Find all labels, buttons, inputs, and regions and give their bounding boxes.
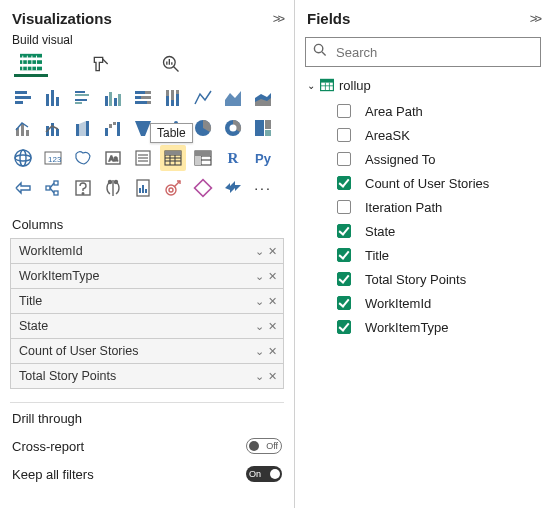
viz-matrix[interactable] [190,145,216,171]
toggle-state: On [249,469,261,479]
tab-format[interactable] [84,51,118,77]
viz-power-apps[interactable] [220,175,246,201]
field-checkbox[interactable] [337,176,351,190]
viz-key-influencer[interactable] [10,175,36,201]
cross-report-toggle[interactable]: Off [246,438,282,454]
svg-rect-51 [109,124,112,128]
viz-ribbon[interactable] [70,115,96,141]
viz-decomp-tree[interactable] [40,175,66,201]
chevron-down-icon[interactable]: ⌄ [255,370,264,383]
tab-analytics[interactable] [154,51,188,77]
remove-icon[interactable]: ✕ [268,320,277,333]
viz-pie[interactable] [190,115,216,141]
viz-stacked-area[interactable] [250,85,276,111]
field-checkbox[interactable] [337,272,351,286]
viz-table[interactable]: Table [160,145,186,171]
field-checkbox[interactable] [337,296,351,310]
svg-point-95 [82,193,84,195]
field-item[interactable]: Total Story Points [337,267,539,291]
remove-icon[interactable]: ✕ [268,270,277,283]
fields-panel: Fields >> ⌄ rollup Area PathAreaSKAssign… [295,0,551,508]
column-slot[interactable]: State⌄✕ [10,313,284,339]
drill-through-label: Drill through [0,411,294,432]
columns-well[interactable]: WorkItemId⌄✕ WorkItemType⌄✕ Title⌄✕ Stat… [0,238,294,388]
field-checkbox[interactable] [337,104,351,118]
chevron-down-icon[interactable]: ⌄ [255,245,264,258]
column-slot[interactable]: Total Story Points⌄✕ [10,363,284,389]
tab-build-visual[interactable] [14,51,48,77]
viz-gauge[interactable]: Aa [100,145,126,171]
field-item[interactable]: Iteration Path [337,195,539,219]
viz-clustered-column[interactable] [100,85,126,111]
svg-rect-19 [75,94,89,96]
viz-100-bar[interactable] [130,85,156,111]
field-item[interactable]: AreaSK [337,123,539,147]
viz-goals[interactable] [160,175,186,201]
chevron-down-icon[interactable]: ⌄ [255,320,264,333]
field-checkbox[interactable] [337,152,351,166]
viz-100-column[interactable] [160,85,186,111]
column-slot[interactable]: Title⌄✕ [10,288,284,314]
collapse-icon[interactable]: >> [273,11,282,26]
viz-treemap[interactable] [250,115,276,141]
viz-paginated[interactable] [130,175,156,201]
field-checkbox[interactable] [337,128,351,142]
field-item[interactable]: Area Path [337,99,539,123]
chevron-down-icon[interactable]: ⌄ [255,295,264,308]
viz-clustered-bar[interactable] [70,85,96,111]
chevron-down-icon[interactable]: ⌄ [255,345,264,358]
viz-line[interactable] [190,85,216,111]
viz-qna[interactable] [70,175,96,201]
r-icon: R [228,150,239,167]
viz-line-column[interactable] [10,115,36,141]
svg-rect-99 [139,188,141,193]
svg-rect-52 [113,122,116,125]
column-label: Title [19,294,251,308]
viz-waterfall[interactable] [100,115,126,141]
svg-rect-101 [145,189,147,193]
viz-donut[interactable] [220,115,246,141]
column-slot[interactable]: Count of User Stories⌄✕ [10,338,284,364]
field-checkbox[interactable] [337,224,351,238]
viz-narrative[interactable] [100,175,126,201]
remove-icon[interactable]: ✕ [268,245,277,258]
svg-rect-105 [195,180,212,197]
chevron-down-icon[interactable]: ⌄ [255,270,264,283]
viz-area[interactable] [220,85,246,111]
viz-card[interactable] [130,145,156,171]
viz-map[interactable] [10,145,36,171]
viz-app-source[interactable] [190,175,216,201]
field-checkbox[interactable] [337,248,351,262]
table-node[interactable]: ⌄ rollup [307,77,539,93]
remove-icon[interactable]: ✕ [268,370,277,383]
svg-line-104 [174,181,180,187]
field-checkbox[interactable] [337,320,351,334]
collapse-icon[interactable]: >> [530,11,539,26]
keep-filters-toggle[interactable]: On [246,466,282,482]
viz-filled-map[interactable]: 123 [40,145,66,171]
field-checkbox[interactable] [337,200,351,214]
viz-python[interactable]: Py [250,145,276,171]
viz-stacked-column[interactable] [40,85,66,111]
svg-point-66 [15,155,31,161]
column-slot[interactable]: WorkItemId⌄✕ [10,238,284,264]
field-item[interactable]: State [337,219,539,243]
viz-line-column2[interactable] [40,115,66,141]
viz-more[interactable]: ··· [250,175,276,201]
viz-stacked-bar[interactable] [10,85,36,111]
field-item[interactable]: Assigned To [337,147,539,171]
field-item[interactable]: Title [337,243,539,267]
column-slot[interactable]: WorkItemType⌄✕ [10,263,284,289]
field-item[interactable]: Count of User Stories [337,171,539,195]
svg-rect-31 [147,101,151,104]
search-input[interactable] [305,37,541,67]
svg-point-97 [115,181,118,184]
field-item[interactable]: WorkItemId [337,291,539,315]
field-item[interactable]: WorkItemType [337,315,539,339]
svg-rect-13 [15,96,31,99]
viz-shape-map[interactable] [70,145,96,171]
remove-icon[interactable]: ✕ [268,295,277,308]
viz-r[interactable]: R [220,145,246,171]
svg-text:Aa: Aa [109,155,118,162]
remove-icon[interactable]: ✕ [268,345,277,358]
